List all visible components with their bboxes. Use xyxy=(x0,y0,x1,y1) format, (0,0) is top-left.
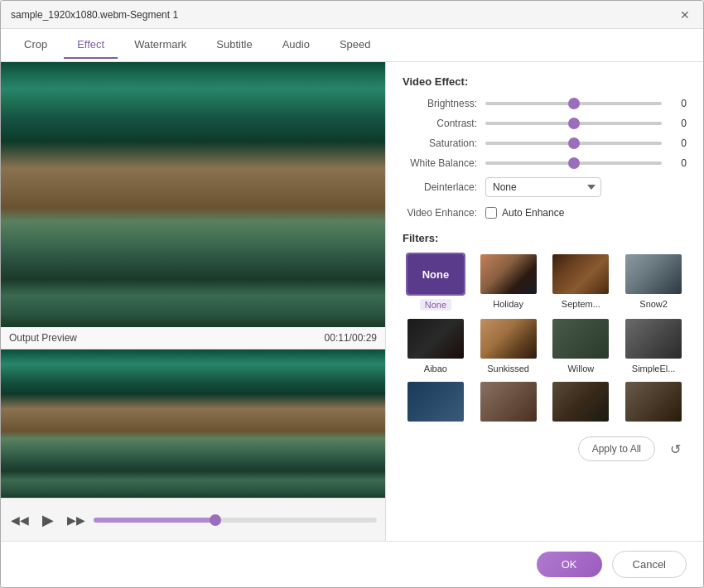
filter-holiday[interactable]: Holiday xyxy=(475,253,542,311)
filter-row3a-thumb xyxy=(406,380,465,423)
progress-fill xyxy=(94,518,215,523)
filters-grid: None None Holiday xyxy=(403,253,687,427)
window-title: sample_1920x1080.webm-Segment 1 xyxy=(11,9,178,21)
video-effect-title: Video Effect: xyxy=(403,75,687,88)
tab-effect[interactable]: Effect xyxy=(64,31,118,59)
filter-row3b-thumb xyxy=(479,380,538,423)
cancel-button[interactable]: Cancel xyxy=(612,551,687,578)
deinterlace-row: Deinterlace: None Blend Bob Discard xyxy=(403,177,687,197)
video-effect-section: Video Effect: Brightness: 0 Contrast: 0 … xyxy=(403,75,687,219)
saturation-slider[interactable] xyxy=(485,142,662,145)
progress-thumb[interactable] xyxy=(210,514,221,526)
title-bar: sample_1920x1080.webm-Segment 1 ✕ xyxy=(1,1,703,29)
tab-watermark[interactable]: Watermark xyxy=(121,31,200,59)
saturation-row: Saturation: 0 xyxy=(403,137,687,149)
brightness-slider[interactable] xyxy=(485,102,662,105)
reset-button[interactable]: ↺ xyxy=(663,437,687,460)
enhance-label: Video Enhance: xyxy=(403,207,485,219)
timestamp-display: 00:11/00:29 xyxy=(325,332,377,344)
close-button[interactable]: ✕ xyxy=(677,7,693,23)
filter-row3d-thumb xyxy=(624,380,683,423)
brightness-label: Brightness: xyxy=(403,98,485,109)
filter-sunkissed-label: Sunkissed xyxy=(487,364,529,374)
tab-speed[interactable]: Speed xyxy=(326,31,384,59)
tab-subtitle[interactable]: Subtitle xyxy=(203,31,265,59)
filter-willow[interactable]: Willow xyxy=(548,317,615,374)
filter-none-label: None xyxy=(420,299,451,311)
filter-row3d[interactable] xyxy=(620,380,687,427)
output-bar: Output Preview 00:11/00:29 xyxy=(1,327,385,349)
white-balance-slider[interactable] xyxy=(485,161,662,165)
enhance-row: Video Enhance: Auto Enhance xyxy=(403,207,687,219)
white-balance-value: 0 xyxy=(662,157,687,169)
filter-willow-thumb xyxy=(551,317,610,360)
tab-crop[interactable]: Crop xyxy=(11,31,60,59)
filter-september-label: Septem... xyxy=(562,299,600,309)
white-balance-row: White Balance: 0 xyxy=(403,157,687,169)
filter-september-thumb xyxy=(551,253,610,296)
filter-aibao[interactable]: Aibao xyxy=(403,317,469,374)
tab-bar: Crop Effect Watermark Subtitle Audio Spe… xyxy=(1,29,703,62)
contrast-label: Contrast: xyxy=(403,118,485,129)
rewind-button[interactable]: ◀◀ xyxy=(9,509,31,531)
auto-enhance-checkbox[interactable] xyxy=(485,207,497,219)
right-panel: Video Effect: Brightness: 0 Contrast: 0 … xyxy=(386,62,703,541)
filter-holiday-thumb xyxy=(479,253,538,296)
filters-section: Filters: None None xyxy=(403,232,687,461)
saturation-label: Saturation: xyxy=(403,137,485,149)
output-preview xyxy=(1,349,385,498)
filter-none-thumb: None xyxy=(406,253,465,296)
main-window: sample_1920x1080.webm-Segment 1 ✕ Crop E… xyxy=(0,0,704,588)
filter-holiday-label: Holiday xyxy=(493,299,523,309)
apply-to-all-button[interactable]: Apply to All xyxy=(578,436,655,461)
input-preview xyxy=(1,62,385,327)
auto-enhance-label: Auto Enhance xyxy=(502,207,564,219)
output-preview-label: Output Preview xyxy=(9,332,77,344)
filter-none[interactable]: None None xyxy=(403,253,469,311)
filter-simpleel-thumb xyxy=(624,317,683,360)
brightness-value: 0 xyxy=(662,98,687,109)
filter-row3a[interactable] xyxy=(403,380,469,427)
main-content: Output Preview 00:11/00:29 ◀◀ ▶ ▶▶ xyxy=(1,62,703,541)
playback-controls: ◀◀ ▶ ▶▶ xyxy=(1,498,385,541)
left-panel: Output Preview 00:11/00:29 ◀◀ ▶ ▶▶ xyxy=(1,62,386,541)
deinterlace-label: Deinterlace: xyxy=(403,181,485,193)
filter-snow2[interactable]: Snow2 xyxy=(620,253,687,311)
filters-title: Filters: xyxy=(403,232,687,244)
filter-actions: Apply to All ↺ xyxy=(403,436,687,461)
filter-snow2-thumb xyxy=(624,253,683,296)
tab-audio[interactable]: Audio xyxy=(269,31,323,59)
contrast-row: Contrast: 0 xyxy=(403,118,687,129)
filter-row3b[interactable] xyxy=(475,380,542,427)
filter-simpleel[interactable]: SimpleEl... xyxy=(620,317,687,374)
filter-september[interactable]: Septem... xyxy=(548,253,615,311)
ok-button[interactable]: OK xyxy=(537,552,602,577)
progress-bar[interactable] xyxy=(94,518,377,523)
deinterlace-select[interactable]: None Blend Bob Discard xyxy=(485,177,601,197)
footer: OK Cancel xyxy=(1,541,703,587)
reset-icon: ↺ xyxy=(670,441,681,457)
filter-simpleel-label: SimpleEl... xyxy=(632,364,676,374)
play-button[interactable]: ▶ xyxy=(37,509,59,531)
brightness-row: Brightness: 0 xyxy=(403,98,687,109)
white-balance-label: White Balance: xyxy=(403,157,485,169)
filter-sunkissed[interactable]: Sunkissed xyxy=(475,317,542,374)
filter-aibao-thumb xyxy=(406,317,465,360)
forward-button[interactable]: ▶▶ xyxy=(65,509,87,531)
filter-sunkissed-thumb xyxy=(479,317,538,360)
filter-row3c[interactable] xyxy=(548,380,615,427)
filter-aibao-label: Aibao xyxy=(424,364,447,374)
filter-snow2-label: Snow2 xyxy=(639,299,668,309)
filter-row3c-thumb xyxy=(551,380,610,423)
contrast-slider[interactable] xyxy=(485,122,662,125)
saturation-value: 0 xyxy=(662,137,687,149)
filter-willow-label: Willow xyxy=(567,364,594,374)
contrast-value: 0 xyxy=(662,118,687,129)
